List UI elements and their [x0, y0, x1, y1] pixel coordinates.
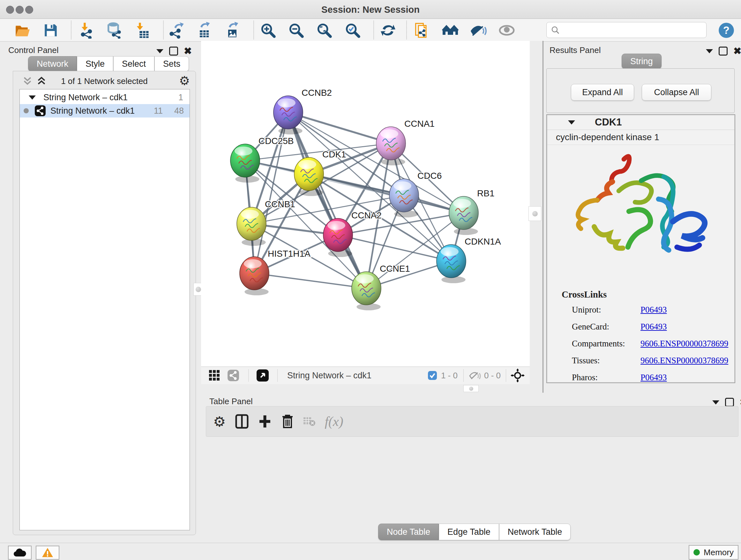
open-folder-icon[interactable]	[14, 22, 30, 39]
network-label: String Network – cdk1	[51, 106, 135, 116]
show-columns-icon[interactable]	[235, 414, 249, 429]
tab-edge-table[interactable]: Edge Table	[439, 523, 499, 540]
hidden-eye-icon[interactable]	[469, 370, 481, 381]
protein-description: cyclin-dependent kinase 1	[556, 132, 659, 142]
network-current-dot-icon	[23, 108, 29, 113]
import-network-file-icon[interactable]	[79, 22, 95, 39]
control-panel-float-icon[interactable]	[169, 47, 178, 56]
warnings-button[interactable]	[36, 546, 59, 560]
protein-card-header[interactable]: CDK1	[547, 115, 735, 130]
export-image-icon[interactable]	[224, 22, 241, 39]
crosslink-link[interactable]: 9606.ENSP00000378699	[641, 339, 728, 349]
share-document-icon[interactable]	[414, 22, 430, 39]
crosslink-link[interactable]: 9606.ENSP00000378699	[641, 356, 728, 366]
hide-panels-icon[interactable]	[470, 22, 487, 39]
network-node-label: RB1	[477, 188, 494, 198]
tab-style[interactable]: Style	[77, 56, 113, 71]
tab-node-table[interactable]: Node Table	[378, 523, 439, 540]
delete-table-icon[interactable]	[303, 416, 316, 427]
network-graph[interactable]: CCNB2CCNA1CDC25BCDK1CDC6RB1CCNB1CCNA2CDK…	[201, 41, 530, 367]
protein-card-collapse-icon[interactable]	[568, 120, 575, 125]
hidden-counts: 0 - 0	[484, 371, 501, 381]
results-panel: Results Panel ✖ String Expand All Collap…	[544, 41, 741, 393]
network-collection-row[interactable]: String Network – cdk1 1	[20, 91, 190, 104]
tab-sets[interactable]: Sets	[154, 56, 189, 71]
control-panel-title: Control Panel	[8, 45, 59, 55]
right-splitter-handle[interactable]	[529, 206, 541, 221]
search-box	[546, 22, 706, 38]
control-panel-close-icon[interactable]: ✖	[184, 48, 192, 55]
svg-text:?: ?	[723, 24, 730, 36]
tab-select[interactable]: Select	[113, 56, 154, 71]
function-builder-icon[interactable]: f(x)	[325, 414, 343, 429]
tab-network-table[interactable]: Network Table	[499, 523, 571, 540]
network-panel-options-gear-icon[interactable]: ⚙	[179, 74, 190, 88]
network-edge[interactable]	[288, 112, 366, 288]
results-panel-menu-icon[interactable]	[706, 49, 713, 53]
network-node-label: CDKN1A	[465, 237, 501, 246]
network-node-label: CCNA2	[351, 210, 382, 220]
delete-column-icon[interactable]	[281, 414, 294, 429]
save-session-icon[interactable]	[43, 22, 59, 39]
show-panels-icon[interactable]	[498, 22, 515, 39]
expand-all-button[interactable]: Expand All	[571, 84, 634, 101]
collection-expand-icon[interactable]	[29, 96, 36, 100]
control-panel-menu-icon[interactable]	[156, 49, 163, 53]
export-table-icon[interactable]	[196, 22, 212, 39]
network-tab-content: 1 of 1 Network selected ⚙ String Network…	[13, 71, 196, 535]
string-home-icon[interactable]	[442, 22, 459, 39]
control-panel-tabs: Network Style Select Sets	[28, 56, 189, 71]
network-edge[interactable]	[338, 235, 451, 261]
tab-network[interactable]: Network	[28, 56, 77, 71]
table-panel-float-icon[interactable]	[725, 398, 734, 407]
zoom-selected-icon[interactable]	[344, 22, 361, 39]
warning-icon	[42, 548, 53, 558]
selected-checkbox-icon[interactable]	[428, 371, 437, 380]
network-selection-status: 1 of 1 Network selected	[13, 76, 196, 86]
table-panel-menu-icon[interactable]	[712, 400, 719, 405]
zoom-in-icon[interactable]	[260, 22, 276, 39]
network-row[interactable]: String Network – cdk1 11 48	[20, 104, 190, 118]
network-node-label: CDC25B	[259, 136, 293, 146]
network-node-label: CDC6	[417, 171, 442, 181]
table-settings-gear-icon[interactable]: ⚙	[213, 414, 226, 430]
collapse-all-button[interactable]: Collapse All	[642, 84, 711, 101]
crosslinks-list: Uniprot:P06493 GeneCard:P06493 Compartme…	[572, 305, 735, 382]
add-column-icon[interactable]	[258, 414, 272, 429]
tab-string[interactable]: String	[622, 54, 662, 69]
network-edge[interactable]	[288, 112, 391, 143]
crosslink-row: Uniprot:P06493	[572, 305, 735, 315]
table-toolbar: ⚙ f(x)	[206, 406, 738, 437]
crosslink-link[interactable]: P06493	[641, 373, 667, 382]
protein-structure-image	[563, 149, 717, 284]
zoom-fit-icon[interactable]	[316, 22, 333, 39]
table-panel-close-icon[interactable]: ✖	[740, 399, 741, 406]
crosslink-label: Tissues:	[572, 356, 641, 366]
import-network-database-icon[interactable]	[106, 22, 122, 39]
network-view-footer: String Network – cdk1 1 - 0 0 - 0	[201, 367, 530, 384]
results-panel-float-icon[interactable]	[719, 47, 728, 56]
bottom-splitter-handle[interactable]	[463, 385, 479, 392]
crosslink-link[interactable]: P06493	[641, 322, 667, 332]
memory-status-dot-icon	[693, 549, 700, 556]
detach-view-icon[interactable]	[256, 369, 269, 382]
zoom-out-icon[interactable]	[288, 22, 305, 39]
grid-view-icon[interactable]	[209, 370, 220, 381]
results-panel-close-icon[interactable]: ✖	[733, 48, 741, 55]
crosslink-link[interactable]: P06493	[641, 305, 667, 315]
import-table-icon[interactable]	[134, 22, 151, 39]
memory-button[interactable]: Memory	[689, 545, 738, 560]
help-icon[interactable]: ?	[718, 22, 735, 39]
apply-layout-icon[interactable]	[380, 22, 396, 39]
network-canvas[interactable]: CCNB2CCNA1CDC25BCDK1CDC6RB1CCNB1CCNA2CDK…	[201, 41, 530, 367]
search-input[interactable]	[562, 23, 706, 37]
single-view-share-icon[interactable]	[227, 369, 239, 381]
crosslink-label: GeneCard:	[572, 322, 641, 332]
status-bar: Memory	[0, 543, 741, 560]
cloud-status-button[interactable]	[8, 546, 31, 560]
network-node-label: HIST1H1A	[268, 249, 311, 259]
export-network-icon[interactable]	[168, 22, 185, 39]
network-node-label: CCNB2	[301, 88, 332, 98]
network-edge[interactable]	[254, 273, 366, 288]
fit-selected-crosshair-icon[interactable]	[511, 368, 525, 382]
